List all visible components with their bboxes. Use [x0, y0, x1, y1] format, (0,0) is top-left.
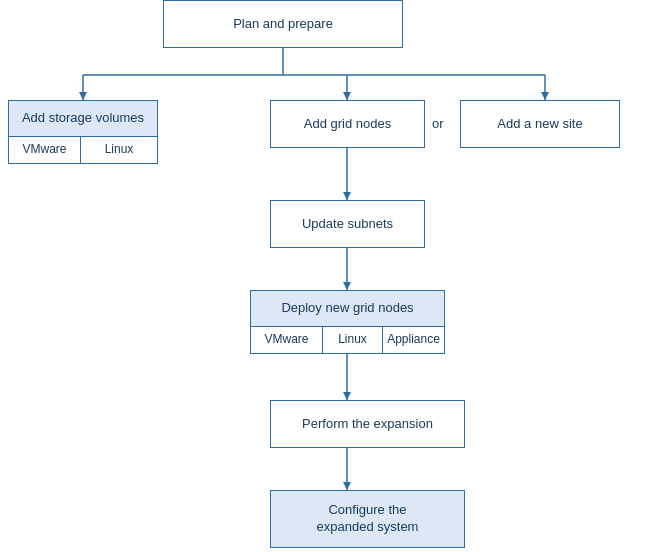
connectors-svg: [0, 0, 664, 552]
add-storage-label: Add storage volumes: [22, 110, 144, 127]
add-grid-nodes-box: Add grid nodes: [270, 100, 425, 148]
linux-deploy-label: Linux: [338, 332, 367, 348]
perform-expansion-label: Perform the expansion: [302, 416, 433, 433]
linux-deploy-box: Linux: [322, 326, 382, 354]
linux-storage-box: Linux: [80, 136, 158, 164]
add-new-site-label: Add a new site: [497, 116, 582, 133]
svg-marker-5: [343, 92, 351, 100]
diagram: Plan and prepare Add storage volumes VMw…: [0, 0, 664, 552]
vmware-deploy-box: VMware: [250, 326, 322, 354]
svg-marker-7: [541, 92, 549, 100]
svg-marker-11: [343, 282, 351, 290]
update-subnets-label: Update subnets: [302, 216, 393, 233]
plan-prepare-box: Plan and prepare: [163, 0, 403, 48]
add-grid-nodes-label: Add grid nodes: [304, 116, 391, 133]
vmware-storage-box: VMware: [8, 136, 80, 164]
vmware-storage-label: VMware: [22, 142, 66, 158]
linux-storage-label: Linux: [105, 142, 134, 158]
appliance-deploy-label: Appliance: [387, 332, 440, 348]
appliance-deploy-box: Appliance: [382, 326, 445, 354]
add-new-site-box: Add a new site: [460, 100, 620, 148]
deploy-nodes-box: Deploy new grid nodes: [250, 290, 445, 326]
or-label: or: [432, 116, 444, 131]
update-subnets-box: Update subnets: [270, 200, 425, 248]
deploy-nodes-label: Deploy new grid nodes: [281, 300, 413, 317]
vmware-deploy-label: VMware: [264, 332, 308, 348]
svg-marker-13: [343, 392, 351, 400]
configure-expanded-label: Configure the expanded system: [317, 502, 419, 536]
perform-expansion-box: Perform the expansion: [270, 400, 465, 448]
svg-marker-9: [343, 192, 351, 200]
plan-prepare-label: Plan and prepare: [233, 16, 333, 33]
configure-expanded-box: Configure the expanded system: [270, 490, 465, 548]
svg-marker-3: [79, 92, 87, 100]
svg-marker-15: [343, 482, 351, 490]
add-storage-box: Add storage volumes: [8, 100, 158, 136]
